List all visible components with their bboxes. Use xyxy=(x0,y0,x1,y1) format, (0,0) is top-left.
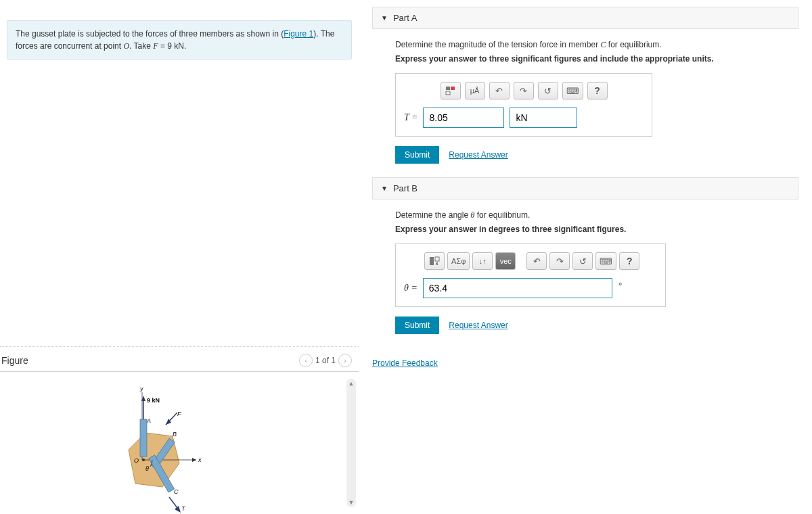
svg-text:x: x xyxy=(198,457,202,463)
part-b-title: Part B xyxy=(393,183,418,193)
undo-icon[interactable]: ↶ xyxy=(526,252,547,270)
svg-text:9 kN: 9 kN xyxy=(147,397,160,404)
scroll-up-icon[interactable]: ▲ xyxy=(348,380,355,387)
undo-icon[interactable]: ↶ xyxy=(489,82,510,99)
figure-title: Figure xyxy=(0,355,28,366)
part-a-value-input[interactable] xyxy=(423,108,504,128)
svg-marker-2 xyxy=(192,458,196,462)
svg-text:θ: θ xyxy=(145,465,149,472)
svg-text:B: B xyxy=(173,431,177,438)
problem-text3: . Take xyxy=(129,41,153,51)
part-a-unit-input[interactable] xyxy=(510,108,577,128)
svg-text:T: T xyxy=(181,505,186,512)
redo-icon[interactable]: ↷ xyxy=(549,252,570,270)
svg-rect-24 xyxy=(446,87,450,90)
svg-text:x: x xyxy=(436,261,438,266)
vec-tool[interactable]: vec xyxy=(495,252,516,270)
svg-text:F: F xyxy=(177,411,181,417)
part-a-submit-button[interactable]: Submit xyxy=(395,146,439,164)
svg-rect-27 xyxy=(430,257,434,265)
part-b-answer-box: x ΑΣφ ↓↑ vec ↶ ↷ ↺ ⌨ ? θ = ∘ xyxy=(395,243,666,307)
point-o: O xyxy=(123,41,129,51)
svg-text:y: y xyxy=(139,386,143,392)
part-b-var-label: θ = xyxy=(404,283,418,294)
redo-icon[interactable]: ↷ xyxy=(514,82,534,99)
arrows-tool[interactable]: ↓↑ xyxy=(472,252,493,270)
part-b-instruction: Determine the angle θ for equilibrium. xyxy=(395,210,798,220)
help-button[interactable]: ? xyxy=(587,82,608,99)
svg-rect-25 xyxy=(451,87,455,90)
templates-tool-icon[interactable] xyxy=(441,82,461,99)
svg-point-22 xyxy=(142,459,145,461)
problem-text1: The gusset plate is subjected to the for… xyxy=(16,29,284,39)
svg-rect-26 xyxy=(446,91,450,95)
caret-down-icon: ▼ xyxy=(381,14,388,22)
part-a-title: Part A xyxy=(393,13,417,23)
part-a-answer-box: μÅ ↶ ↷ ↺ ⌨ ? T = xyxy=(395,73,652,137)
reset-icon[interactable]: ↺ xyxy=(538,82,558,99)
svg-marker-18 xyxy=(175,506,181,513)
templates-tool-icon[interactable]: x xyxy=(424,252,445,270)
figure-next-button[interactable]: › xyxy=(338,354,352,367)
part-b-submit-button[interactable]: Submit xyxy=(395,317,439,334)
eq-var: F xyxy=(153,41,158,51)
figure-scrollbar[interactable]: ▲ ▼ xyxy=(346,379,356,507)
svg-text:C: C xyxy=(174,488,179,495)
keyboard-icon[interactable]: ⌨ xyxy=(562,82,583,99)
caret-down-icon: ▼ xyxy=(381,185,388,192)
figure-section: Figure ‹ 1 of 1 › x y xyxy=(0,346,359,514)
part-b-header[interactable]: ▼ Part B xyxy=(372,177,798,200)
svg-text:O: O xyxy=(134,457,139,464)
eq-val: = 9 kN. xyxy=(158,41,187,51)
part-b-value-input[interactable] xyxy=(423,278,612,298)
part-b-format: Express your answer in degrees to three … xyxy=(395,225,798,234)
scroll-down-icon[interactable]: ▼ xyxy=(348,499,355,506)
figure-page-count: 1 of 1 xyxy=(315,356,336,365)
part-a-format: Express your answer to three significant… xyxy=(395,54,798,64)
svg-text:A: A xyxy=(146,417,151,424)
svg-rect-6 xyxy=(140,419,147,457)
figure-diagram: x y 9 kN A F B C T xyxy=(102,386,223,514)
greek-tool[interactable]: ΑΣφ xyxy=(447,252,470,270)
units-tool[interactable]: μÅ xyxy=(465,82,485,99)
help-button[interactable]: ? xyxy=(619,252,639,270)
part-a-header[interactable]: ▼ Part A xyxy=(372,7,798,29)
part-a-request-answer-link[interactable]: Request Answer xyxy=(449,150,508,160)
part-b-request-answer-link[interactable]: Request Answer xyxy=(449,321,508,330)
figure-prev-button[interactable]: ‹ xyxy=(299,354,313,367)
part-a-var-label: T = xyxy=(404,112,418,123)
reset-icon[interactable]: ↺ xyxy=(572,252,593,270)
degree-unit-label: ∘ xyxy=(618,279,623,289)
problem-statement: The gusset plate is subjected to the for… xyxy=(7,20,352,60)
provide-feedback-link[interactable]: Provide Feedback xyxy=(372,358,438,368)
figure-link[interactable]: Figure 1 xyxy=(284,29,313,39)
figure-pagination: ‹ 1 of 1 › xyxy=(299,354,352,367)
part-a-instruction: Determine the magnitude of the tension f… xyxy=(395,40,798,50)
keyboard-icon[interactable]: ⌨ xyxy=(595,252,616,270)
